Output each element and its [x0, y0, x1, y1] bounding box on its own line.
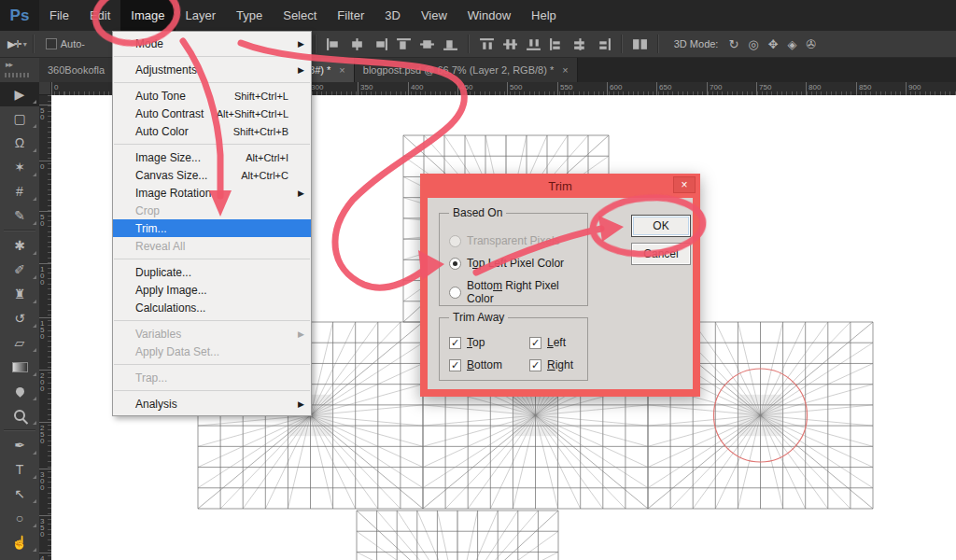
ok-button[interactable]: OK [631, 215, 691, 237]
align-bottom-icon[interactable] [443, 37, 458, 51]
menubar-item-type[interactable]: Type [226, 0, 273, 31]
menu-item-label: Image Size... [135, 151, 246, 164]
ruler-label: 550 [560, 83, 572, 91]
menubar-item-help[interactable]: Help [521, 0, 567, 31]
menu-item-apply-image[interactable]: Apply Image... [113, 281, 311, 299]
checkbox-icon[interactable]: ✓ [449, 337, 461, 349]
dialog-body: Based On Transparent Pixels Top Left Pix… [428, 198, 693, 389]
radio-icon-selected[interactable] [449, 258, 461, 270]
menu-item-calculations[interactable]: Calculations... [113, 299, 311, 316]
gradient-tool[interactable] [0, 355, 39, 379]
threed-mode-icon-1[interactable]: ◎ [748, 37, 758, 51]
threed-mode-icon-3[interactable]: ◈ [788, 37, 797, 51]
dist-vcenter-icon[interactable] [502, 37, 518, 51]
checkbox-top[interactable]: ✓ Top [449, 331, 529, 354]
menubar-item-filter[interactable]: Filter [327, 0, 374, 31]
brush-tool[interactable]: ✐ [0, 258, 39, 282]
move-tool[interactable]: ▶ [0, 82, 39, 106]
marquee-tool[interactable]: ▢ [0, 106, 39, 131]
cancel-button[interactable]: Cancel [631, 243, 691, 265]
menu-item-crop[interactable]: Crop [113, 202, 311, 219]
type-tool[interactable]: T [0, 457, 39, 482]
checkbox-bottom[interactable]: ✓ Bottom [449, 354, 529, 376]
magic-wand-tool[interactable]: ✶ [0, 155, 39, 179]
menu-item-shortcut: Alt+Ctrl+C [241, 170, 288, 181]
radio-icon[interactable] [449, 235, 461, 247]
checkbox-icon[interactable]: ✓ [529, 337, 541, 349]
threed-mode-icon-2[interactable]: ✥ [768, 37, 779, 51]
threed-mode-icon-0[interactable]: ↻ [728, 37, 738, 51]
dist-bottom-icon[interactable] [526, 37, 541, 51]
auto-align-icon[interactable] [628, 37, 652, 51]
menubar-item-window[interactable]: Window [457, 0, 521, 31]
align-top-icon[interactable] [396, 37, 412, 51]
radio-icon[interactable] [449, 287, 461, 299]
ruler-label: 900 [908, 83, 921, 91]
dist-top-icon[interactable] [479, 37, 495, 51]
menu-item-reveal-all[interactable]: Reveal All [113, 237, 311, 255]
tab-close-icon[interactable]: × [339, 64, 344, 76]
document-tab-blogpost-psd[interactable]: blogpost.psd @ 66.7% (Layer 2, RGB/8) *× [355, 58, 578, 82]
checkbox-right[interactable]: ✓ Right [529, 354, 585, 376]
align-vcenter-icon[interactable] [419, 37, 435, 51]
menubar-item-layer[interactable]: Layer [176, 0, 227, 31]
radio-top-left-pixel-color[interactable]: Top Left Pixel Color [449, 257, 564, 270]
menu-item-auto-contrast[interactable]: Auto ContrastAlt+Shift+Ctrl+L [113, 105, 311, 122]
trim-away-group: Trim Away ✓ Top ✓ Left ✓ Bottom ✓ Right [439, 317, 588, 381]
menu-item-trap[interactable]: Trap... [113, 369, 311, 386]
blur-tool[interactable] [0, 379, 39, 403]
close-icon[interactable]: × [673, 176, 696, 193]
menu-item-auto-color[interactable]: Auto ColorShift+Ctrl+B [113, 122, 311, 140]
eraser-tool[interactable]: ▱ [0, 330, 39, 355]
tab-close-icon[interactable]: × [562, 64, 568, 76]
history-brush-tool[interactable]: ↺ [0, 306, 39, 330]
radio-transparent-pixels[interactable]: Transparent Pixels [449, 234, 560, 247]
menubar-item-view[interactable]: View [411, 0, 457, 31]
chevron-down-icon[interactable]: ▾ [23, 40, 27, 49]
pen-tool[interactable]: ✒ [0, 433, 39, 457]
document-tab-360bookofla[interactable]: 360Bookofla [39, 58, 114, 82]
menu-item-apply-data-set[interactable]: Apply Data Set... [113, 343, 311, 360]
menu-item-mode[interactable]: Mode▶ [113, 35, 311, 52]
checkbox-left[interactable]: ✓ Left [529, 331, 585, 354]
clone-stamp-tool[interactable]: ♜ [0, 282, 39, 306]
align-hcenter-icon[interactable] [349, 37, 365, 51]
hand-tool[interactable]: ☝ [0, 530, 39, 554]
auto-align-icon[interactable] [632, 37, 648, 51]
dist-right-icon[interactable] [596, 37, 612, 51]
menu-item-label: Adjustments [135, 63, 303, 77]
menu-item-image-rotation[interactable]: Image Rotation▶ [113, 184, 311, 202]
lasso-tool[interactable]: Ω [0, 131, 39, 155]
checkbox-icon[interactable]: ✓ [449, 359, 461, 371]
menubar-item-edit[interactable]: Edit [79, 0, 120, 31]
align-right-icon[interactable] [373, 37, 388, 51]
healing-brush-tool[interactable]: ✱ [0, 233, 39, 258]
menu-item-duplicate[interactable]: Duplicate... [113, 263, 311, 281]
tool-panel-header[interactable]: ▸▸ [0, 58, 39, 82]
crop-tool[interactable]: # [0, 179, 39, 203]
shape-tool[interactable]: ○ [0, 506, 39, 530]
menu-item-auto-tone[interactable]: Auto ToneShift+Ctrl+L [113, 87, 311, 105]
path-select-tool[interactable]: ↖ [0, 482, 39, 506]
ruler-label: 250 [40, 425, 47, 444]
menu-item-trim[interactable]: Trim... [113, 219, 311, 237]
dist-left-icon[interactable] [549, 37, 565, 51]
menu-item-analysis[interactable]: Analysis▶ [113, 395, 311, 413]
dist-hcenter-icon[interactable] [572, 37, 588, 51]
auto-select-checkbox[interactable] [46, 38, 57, 49]
collapse-panel-icon[interactable]: ▸▸ [6, 60, 12, 69]
menu-item-canvas-size[interactable]: Canvas Size...Alt+Ctrl+C [113, 166, 311, 184]
checkbox-icon[interactable]: ✓ [529, 359, 541, 371]
menu-item-adjustments[interactable]: Adjustments▶ [113, 61, 311, 78]
menubar-item-select[interactable]: Select [273, 0, 327, 31]
menu-item-image-size[interactable]: Image Size...Alt+Ctrl+I [113, 148, 311, 166]
threed-mode-icon-4[interactable]: ✇ [807, 37, 817, 51]
dodge-tool[interactable] [0, 403, 39, 427]
menubar-item-file[interactable]: File [39, 0, 79, 31]
menu-item-variables[interactable]: Variables▶ [113, 325, 311, 343]
menubar-item-image[interactable]: Image [120, 0, 175, 31]
align-left-icon[interactable] [326, 37, 342, 51]
eyedropper-tool[interactable]: ✎ [0, 203, 39, 228]
radio-bottom-right-pixel-color[interactable]: Bottom Right Pixel Color [449, 279, 587, 305]
menubar-item-3d[interactable]: 3D [374, 0, 411, 31]
